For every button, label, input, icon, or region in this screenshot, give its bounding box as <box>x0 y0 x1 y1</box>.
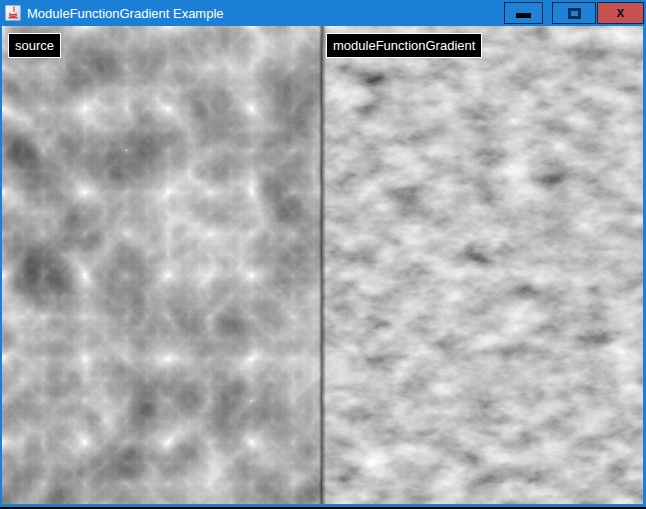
close-button[interactable]: x <box>597 2 644 24</box>
source-label: source <box>8 33 61 58</box>
maximize-button[interactable] <box>552 2 596 24</box>
module-function-gradient-label: moduleFunctionGradient <box>326 33 482 58</box>
window-title: ModuleFunctionGradient Example <box>27 0 224 26</box>
source-noise-image <box>2 26 322 504</box>
minimize-button[interactable] <box>504 2 543 24</box>
module-function-gradient-image <box>322 26 643 504</box>
close-icon: x <box>617 5 625 19</box>
minimize-icon <box>516 13 531 18</box>
panel-divider <box>319 26 326 504</box>
content-area: source <box>2 26 643 504</box>
gradient-image-panel: moduleFunctionGradient <box>322 26 643 504</box>
app-window: ModuleFunctionGradient Example x <box>0 0 646 507</box>
maximize-icon <box>568 8 581 19</box>
source-image-panel: source <box>2 26 322 504</box>
java-coffee-cup-icon[interactable] <box>5 5 21 21</box>
titlebar[interactable]: ModuleFunctionGradient Example x <box>0 0 646 26</box>
